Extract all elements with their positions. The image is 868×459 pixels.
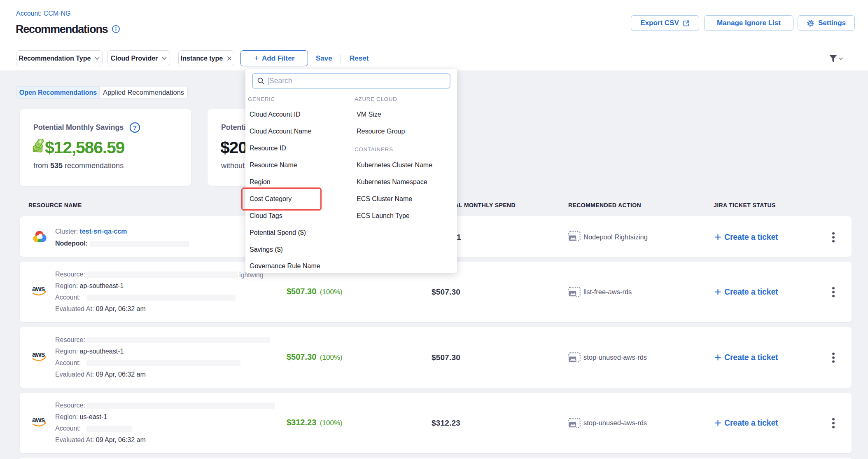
svg-text:?: ? [133, 124, 137, 131]
svg-text:aws: aws [32, 416, 45, 424]
svg-text:aws: aws [32, 351, 45, 358]
svg-text:aws: aws [32, 285, 45, 293]
